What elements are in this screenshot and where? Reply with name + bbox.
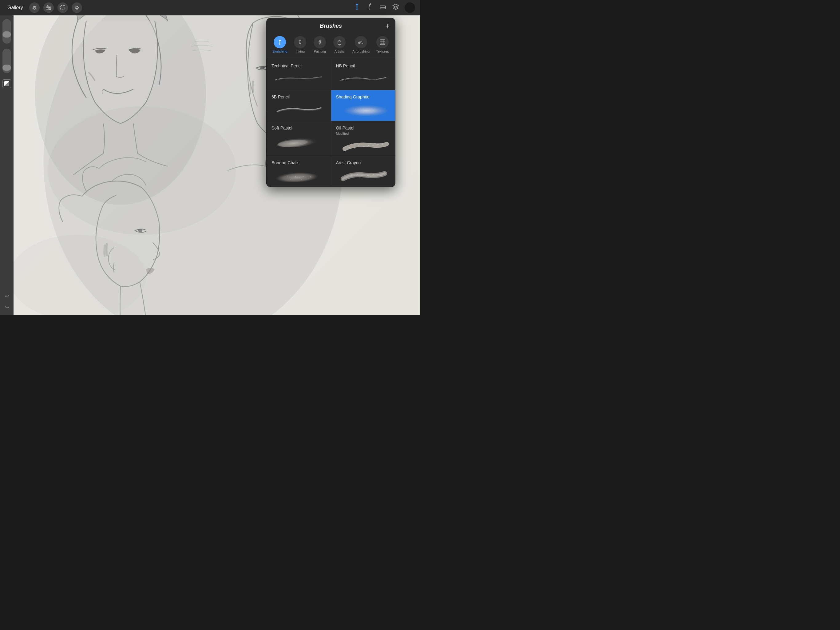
- svg-rect-0: [61, 6, 65, 10]
- tab-inking[interactable]: Inking: [291, 34, 309, 55]
- oil-pastel-label: Oil Pastel: [336, 125, 390, 130]
- brush-oil-pastel[interactable]: Oil Pastel Modified: [331, 121, 395, 156]
- toolbar: Gallery ⚙: [0, 0, 420, 15]
- svg-point-29: [295, 176, 296, 177]
- technical-pencil-stroke: [272, 70, 326, 85]
- svg-point-21: [363, 112, 363, 113]
- inking-label: Inking: [296, 49, 305, 53]
- svg-point-14: [355, 109, 356, 110]
- toolbar-left: Gallery ⚙: [5, 2, 82, 13]
- brushes-title: Brushes: [320, 23, 342, 29]
- oil-pastel-stroke: [336, 137, 390, 153]
- svg-rect-12: [380, 40, 385, 44]
- brush-opacity-slider[interactable]: [2, 49, 11, 73]
- category-tabs: Sketching Inking Painting: [266, 32, 395, 59]
- layers-icon[interactable]: [392, 3, 400, 13]
- bonobo-chalk-label: Bonobo Chalk: [272, 160, 326, 165]
- redo-button[interactable]: ↪: [2, 303, 11, 311]
- svg-point-19: [377, 109, 377, 110]
- artistic-icon: [333, 36, 346, 48]
- svg-point-32: [306, 178, 307, 179]
- svg-point-16: [364, 111, 365, 111]
- svg-point-36: [308, 179, 309, 179]
- toolbar-right: [353, 2, 415, 13]
- svg-point-17: [369, 109, 369, 110]
- tab-painting[interactable]: Painting: [311, 34, 329, 55]
- adjustments-icon[interactable]: [43, 2, 54, 13]
- sketching-label: Sketching: [272, 49, 287, 53]
- svg-point-18: [373, 111, 374, 111]
- gallery-button[interactable]: Gallery: [5, 4, 25, 12]
- painting-icon: [314, 36, 326, 48]
- svg-point-22: [368, 112, 368, 112]
- artist-crayon-stroke: [336, 166, 390, 182]
- tab-textures[interactable]: Textures: [373, 34, 392, 55]
- transform-icon[interactable]: [72, 2, 82, 13]
- shading-graphite-stroke: [336, 101, 390, 116]
- svg-point-13: [345, 105, 388, 116]
- soft-pastel-label: Soft Pastel: [272, 125, 326, 130]
- svg-point-26: [276, 171, 318, 182]
- hb-pencil-label: HB Pencil: [336, 63, 390, 68]
- svg-point-33: [310, 176, 311, 177]
- svg-point-15: [360, 109, 360, 109]
- bonobo-chalk-stroke: [272, 166, 326, 182]
- 6b-pencil-stroke: [272, 101, 326, 116]
- svg-point-7: [47, 106, 236, 235]
- brushes-panel: Brushes + Sketching Inking: [266, 18, 395, 187]
- smudge-tool-icon[interactable]: [364, 2, 376, 14]
- svg-point-31: [303, 176, 304, 177]
- eraser-tool-icon[interactable]: [379, 3, 387, 13]
- brush-soft-pastel[interactable]: Soft Pastel: [267, 121, 331, 156]
- brush-technical-pencil[interactable]: Technical Pencil: [267, 59, 331, 90]
- tab-airbrushing[interactable]: Airbrushing: [350, 34, 372, 55]
- 6b-pencil-label: 6B Pencil: [272, 95, 326, 99]
- tab-sketching[interactable]: Sketching: [270, 34, 290, 55]
- add-brush-button[interactable]: +: [385, 22, 389, 30]
- svg-point-1: [356, 9, 358, 10]
- svg-point-20: [358, 111, 358, 112]
- brush-shading-graphite[interactable]: Shading Graphite: [331, 90, 395, 121]
- avatar[interactable]: [405, 2, 415, 13]
- oil-pastel-subtitle: Modified: [336, 131, 390, 135]
- shading-graphite-label: Shading Graphite: [336, 95, 390, 99]
- brush-bonobo-chalk[interactable]: Bonobo Chalk: [267, 156, 331, 187]
- svg-point-23: [372, 112, 373, 112]
- brush-6b-pencil[interactable]: 6B Pencil: [267, 90, 331, 121]
- soft-pastel-stroke: [272, 131, 326, 147]
- svg-point-35: [301, 179, 302, 179]
- selection-icon[interactable]: [57, 2, 68, 13]
- svg-point-9: [279, 44, 280, 44]
- undo-button[interactable]: ↩: [2, 291, 11, 300]
- actions-icon[interactable]: ⚙: [29, 2, 39, 13]
- brush-hb-pencil[interactable]: HB Pencil: [331, 59, 395, 90]
- brush-size-slider[interactable]: [2, 19, 11, 44]
- hb-pencil-stroke: [336, 70, 390, 85]
- artistic-label: Artistic: [335, 49, 345, 53]
- svg-point-10: [319, 41, 321, 43]
- svg-point-28: [292, 178, 292, 179]
- brush-grid: Technical Pencil HB Pencil 6B Pencil: [266, 59, 395, 187]
- sketching-icon: [274, 36, 286, 48]
- technical-pencil-label: Technical Pencil: [272, 63, 326, 68]
- textures-label: Textures: [376, 49, 389, 53]
- airbrushing-icon: [355, 36, 367, 48]
- artist-crayon-label: Artist Crayon: [336, 160, 390, 165]
- textures-icon: [376, 36, 388, 48]
- tab-artistic[interactable]: Artistic: [330, 34, 349, 55]
- brush-artist-crayon[interactable]: Artist Crayon: [331, 156, 395, 187]
- pencil-tool-icon[interactable]: [353, 3, 361, 13]
- painting-label: Painting: [314, 49, 326, 53]
- left-sidebar: ↩ ↪: [0, 15, 14, 315]
- airbrushing-label: Airbrushing: [352, 49, 369, 53]
- brushes-header: Brushes +: [266, 18, 395, 32]
- svg-point-30: [299, 177, 300, 178]
- svg-point-34: [290, 179, 291, 180]
- svg-point-27: [287, 176, 288, 177]
- color-modifier-button[interactable]: [2, 79, 11, 88]
- inking-icon: [294, 36, 306, 48]
